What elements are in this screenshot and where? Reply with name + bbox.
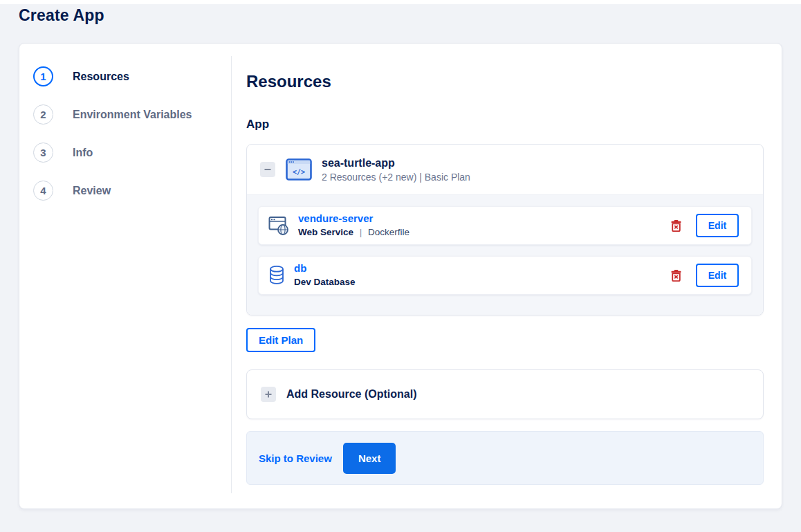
resource-meta: Dev Database: [294, 277, 356, 288]
resource-type: Web Service: [298, 227, 353, 237]
edit-resource-button[interactable]: Edit: [696, 264, 739, 287]
web-service-icon: [268, 215, 289, 236]
page-title: Create App: [19, 6, 104, 25]
step-environment-variables[interactable]: 2 Environment Variables: [19, 95, 232, 134]
step-resources[interactable]: 1 Resources: [19, 57, 232, 95]
add-resource-card[interactable]: Add Resource (Optional): [246, 369, 764, 419]
add-resource-label: Add Resource (Optional): [286, 388, 416, 401]
next-button[interactable]: Next: [343, 443, 396, 474]
app-group-summary: 2 Resources (+2 new) | Basic Plan: [322, 172, 470, 183]
step-content: Resources App </> sea-t: [232, 44, 782, 508]
top-strip: [0, 0, 801, 4]
app-group-header: </> sea-turtle-app 2 Resources (+2 new) …: [247, 145, 763, 194]
create-app-card: 1 Resources 2 Environment Variables 3 In…: [19, 43, 782, 509]
add-resource-plus-button[interactable]: [261, 387, 276, 402]
delete-resource-button[interactable]: [670, 268, 683, 283]
step-3-label: Info: [73, 147, 93, 159]
app-group-card: </> sea-turtle-app 2 Resources (+2 new) …: [246, 144, 764, 315]
wizard-footer: Skip to Review Next: [246, 431, 764, 485]
step-3-circle: 3: [33, 143, 53, 163]
resource-name-link[interactable]: vendure-server: [298, 212, 373, 224]
step-1-label: Resources: [73, 71, 129, 83]
resource-name-link[interactable]: db: [294, 262, 306, 274]
trash-icon: [671, 220, 681, 232]
resource-row-db: db Dev Database Edit: [258, 256, 752, 295]
database-icon: [268, 265, 285, 286]
step-2-label: Environment Variables: [73, 109, 192, 121]
svg-text:</>: </>: [293, 168, 305, 176]
resource-text: vendure-server Web Service | Dockerfile: [298, 212, 409, 238]
resource-separator: |: [360, 227, 362, 237]
resource-row-vendure-server: vendure-server Web Service | Dockerfile: [258, 206, 752, 245]
app-window-code-icon: </>: [286, 158, 312, 181]
delete-resource-button[interactable]: [670, 219, 683, 233]
resources-heading: Resources: [246, 72, 764, 91]
edit-plan-button[interactable]: Edit Plan: [246, 328, 315, 352]
step-4-circle: 4: [33, 181, 53, 201]
skip-to-review-link[interactable]: Skip to Review: [259, 452, 332, 464]
resource-source: Dockerfile: [368, 227, 409, 237]
wizard-stepper: 1 Resources 2 Environment Variables 3 In…: [19, 44, 232, 508]
resource-meta: Web Service | Dockerfile: [298, 227, 409, 238]
collapse-app-button[interactable]: [260, 162, 275, 177]
resource-type: Dev Database: [294, 277, 356, 287]
step-1-circle: 1: [33, 66, 53, 86]
edit-resource-button[interactable]: Edit: [696, 214, 739, 237]
app-group-titles: sea-turtle-app 2 Resources (+2 new) | Ba…: [322, 156, 470, 183]
step-review[interactable]: 4 Review: [19, 172, 232, 210]
step-2-circle: 2: [33, 104, 53, 125]
app-section-label: App: [246, 118, 764, 131]
app-group-resources: vendure-server Web Service | Dockerfile: [247, 194, 763, 315]
trash-icon: [671, 270, 681, 282]
app-group-name: sea-turtle-app: [322, 156, 470, 169]
step-4-label: Review: [73, 185, 111, 197]
plus-icon: [264, 390, 273, 398]
minus-icon: [264, 165, 272, 174]
resource-text: db Dev Database: [294, 262, 356, 288]
step-info[interactable]: 3 Info: [19, 134, 232, 172]
